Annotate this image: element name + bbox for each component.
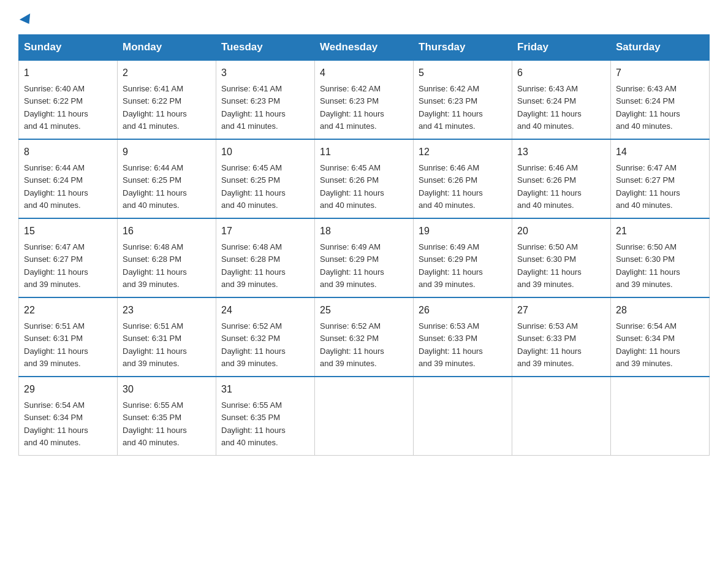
day-number: 16 <box>123 224 211 239</box>
calendar-cell: 19 Sunrise: 6:49 AM Sunset: 6:29 PM Dayl… <box>414 218 512 297</box>
day-number: 9 <box>123 145 211 159</box>
column-header-friday: Friday <box>512 35 611 61</box>
day-number: 1 <box>24 66 112 80</box>
logo-triangle-icon <box>20 13 34 27</box>
calendar-cell: 30 Sunrise: 6:55 AM Sunset: 6:35 PM Dayl… <box>118 377 216 456</box>
calendar-cell: 12 Sunrise: 6:46 AM Sunset: 6:26 PM Dayl… <box>414 139 512 218</box>
column-header-saturday: Saturday <box>611 35 710 61</box>
day-number: 10 <box>221 145 309 159</box>
calendar-cell: 24 Sunrise: 6:52 AM Sunset: 6:32 PM Dayl… <box>216 297 315 377</box>
calendar-cell: 2 Sunrise: 6:41 AM Sunset: 6:22 PM Dayli… <box>118 60 216 139</box>
day-info: Sunrise: 6:53 AM Sunset: 6:33 PM Dayligh… <box>419 321 483 368</box>
day-number: 12 <box>419 145 507 159</box>
day-number: 21 <box>616 224 704 239</box>
day-number: 14 <box>616 145 704 159</box>
calendar-cell: 1 Sunrise: 6:40 AM Sunset: 6:22 PM Dayli… <box>19 60 118 139</box>
day-info: Sunrise: 6:48 AM Sunset: 6:28 PM Dayligh… <box>221 242 286 289</box>
day-number: 19 <box>419 224 507 239</box>
column-header-tuesday: Tuesday <box>216 35 315 61</box>
day-info: Sunrise: 6:46 AM Sunset: 6:26 PM Dayligh… <box>517 163 582 210</box>
logo-blue-text <box>18 15 33 23</box>
calendar-table: SundayMondayTuesdayWednesdayThursdayFrid… <box>18 34 710 456</box>
calendar-cell: 22 Sunrise: 6:51 AM Sunset: 6:31 PM Dayl… <box>19 297 118 377</box>
calendar-cell: 28 Sunrise: 6:54 AM Sunset: 6:34 PM Dayl… <box>611 297 710 377</box>
day-info: Sunrise: 6:42 AM Sunset: 6:23 PM Dayligh… <box>320 84 384 131</box>
day-number: 8 <box>24 145 112 159</box>
day-info: Sunrise: 6:54 AM Sunset: 6:34 PM Dayligh… <box>616 321 680 368</box>
calendar-cell <box>315 377 414 456</box>
calendar-cell: 31 Sunrise: 6:55 AM Sunset: 6:35 PM Dayl… <box>216 377 315 456</box>
calendar-cell: 16 Sunrise: 6:48 AM Sunset: 6:28 PM Dayl… <box>118 218 216 297</box>
calendar-cell: 11 Sunrise: 6:45 AM Sunset: 6:26 PM Dayl… <box>315 139 414 218</box>
day-number: 2 <box>123 66 211 80</box>
calendar-cell: 7 Sunrise: 6:43 AM Sunset: 6:24 PM Dayli… <box>611 60 710 139</box>
day-number: 17 <box>221 224 309 239</box>
day-info: Sunrise: 6:44 AM Sunset: 6:24 PM Dayligh… <box>24 163 88 210</box>
day-info: Sunrise: 6:46 AM Sunset: 6:26 PM Dayligh… <box>419 163 483 210</box>
calendar-week-4: 22 Sunrise: 6:51 AM Sunset: 6:31 PM Dayl… <box>19 297 710 377</box>
day-info: Sunrise: 6:48 AM Sunset: 6:28 PM Dayligh… <box>123 242 187 289</box>
calendar-cell: 18 Sunrise: 6:49 AM Sunset: 6:29 PM Dayl… <box>315 218 414 297</box>
day-info: Sunrise: 6:50 AM Sunset: 6:30 PM Dayligh… <box>616 242 680 289</box>
day-number: 18 <box>320 224 408 239</box>
day-number: 23 <box>123 303 211 318</box>
day-info: Sunrise: 6:49 AM Sunset: 6:29 PM Dayligh… <box>419 242 483 289</box>
calendar-cell: 3 Sunrise: 6:41 AM Sunset: 6:23 PM Dayli… <box>216 60 315 139</box>
logo <box>18 15 33 23</box>
day-info: Sunrise: 6:52 AM Sunset: 6:32 PM Dayligh… <box>320 321 384 368</box>
day-info: Sunrise: 6:53 AM Sunset: 6:33 PM Dayligh… <box>517 321 582 368</box>
calendar-week-3: 15 Sunrise: 6:47 AM Sunset: 6:27 PM Dayl… <box>19 218 710 297</box>
day-number: 15 <box>24 224 112 239</box>
calendar-week-2: 8 Sunrise: 6:44 AM Sunset: 6:24 PM Dayli… <box>19 139 710 218</box>
day-info: Sunrise: 6:51 AM Sunset: 6:31 PM Dayligh… <box>123 321 187 368</box>
day-number: 26 <box>419 303 507 318</box>
calendar-cell: 8 Sunrise: 6:44 AM Sunset: 6:24 PM Dayli… <box>19 139 118 218</box>
day-info: Sunrise: 6:47 AM Sunset: 6:27 PM Dayligh… <box>616 163 680 210</box>
day-info: Sunrise: 6:41 AM Sunset: 6:22 PM Dayligh… <box>123 84 187 131</box>
day-info: Sunrise: 6:44 AM Sunset: 6:25 PM Dayligh… <box>123 163 187 210</box>
calendar-week-1: 1 Sunrise: 6:40 AM Sunset: 6:22 PM Dayli… <box>19 60 710 139</box>
calendar-cell: 25 Sunrise: 6:52 AM Sunset: 6:32 PM Dayl… <box>315 297 414 377</box>
calendar-cell: 13 Sunrise: 6:46 AM Sunset: 6:26 PM Dayl… <box>512 139 611 218</box>
page-header <box>18 15 710 23</box>
day-info: Sunrise: 6:40 AM Sunset: 6:22 PM Dayligh… <box>24 84 88 131</box>
calendar-cell: 10 Sunrise: 6:45 AM Sunset: 6:25 PM Dayl… <box>216 139 315 218</box>
calendar-cell: 20 Sunrise: 6:50 AM Sunset: 6:30 PM Dayl… <box>512 218 611 297</box>
day-info: Sunrise: 6:55 AM Sunset: 6:35 PM Dayligh… <box>221 400 286 447</box>
day-number: 3 <box>221 66 309 80</box>
calendar-cell: 6 Sunrise: 6:43 AM Sunset: 6:24 PM Dayli… <box>512 60 611 139</box>
day-info: Sunrise: 6:50 AM Sunset: 6:30 PM Dayligh… <box>517 242 582 289</box>
calendar-cell: 21 Sunrise: 6:50 AM Sunset: 6:30 PM Dayl… <box>611 218 710 297</box>
day-number: 5 <box>419 66 507 80</box>
calendar-cell: 23 Sunrise: 6:51 AM Sunset: 6:31 PM Dayl… <box>118 297 216 377</box>
day-number: 25 <box>320 303 408 318</box>
column-header-thursday: Thursday <box>414 35 512 61</box>
day-number: 22 <box>24 303 112 318</box>
day-number: 13 <box>517 145 605 159</box>
day-info: Sunrise: 6:41 AM Sunset: 6:23 PM Dayligh… <box>221 84 286 131</box>
column-header-wednesday: Wednesday <box>315 35 414 61</box>
day-number: 4 <box>320 66 408 80</box>
calendar-cell: 5 Sunrise: 6:42 AM Sunset: 6:23 PM Dayli… <box>414 60 512 139</box>
day-number: 29 <box>24 382 112 397</box>
calendar-cell: 17 Sunrise: 6:48 AM Sunset: 6:28 PM Dayl… <box>216 218 315 297</box>
calendar-cell <box>611 377 710 456</box>
day-number: 27 <box>517 303 605 318</box>
day-info: Sunrise: 6:51 AM Sunset: 6:31 PM Dayligh… <box>24 321 88 368</box>
day-info: Sunrise: 6:45 AM Sunset: 6:26 PM Dayligh… <box>320 163 384 210</box>
day-number: 20 <box>517 224 605 239</box>
day-info: Sunrise: 6:55 AM Sunset: 6:35 PM Dayligh… <box>123 400 187 447</box>
day-info: Sunrise: 6:42 AM Sunset: 6:23 PM Dayligh… <box>419 84 483 131</box>
day-info: Sunrise: 6:54 AM Sunset: 6:34 PM Dayligh… <box>24 400 88 447</box>
day-number: 31 <box>221 382 309 397</box>
column-header-sunday: Sunday <box>19 35 118 61</box>
day-number: 30 <box>123 382 211 397</box>
calendar-cell <box>512 377 611 456</box>
day-info: Sunrise: 6:49 AM Sunset: 6:29 PM Dayligh… <box>320 242 384 289</box>
day-info: Sunrise: 6:45 AM Sunset: 6:25 PM Dayligh… <box>221 163 286 210</box>
calendar-cell: 15 Sunrise: 6:47 AM Sunset: 6:27 PM Dayl… <box>19 218 118 297</box>
day-number: 24 <box>221 303 309 318</box>
column-header-monday: Monday <box>118 35 216 61</box>
day-info: Sunrise: 6:52 AM Sunset: 6:32 PM Dayligh… <box>221 321 286 368</box>
day-number: 11 <box>320 145 408 159</box>
